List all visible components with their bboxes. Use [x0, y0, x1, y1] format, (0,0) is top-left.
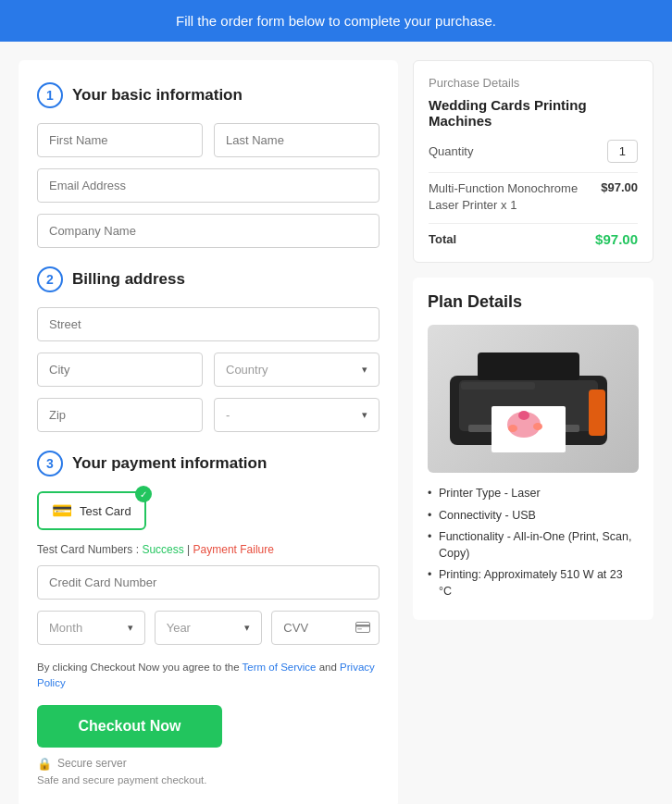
last-name-field [214, 123, 380, 157]
city-country-row: Country ▾ [37, 353, 380, 387]
svg-rect-13 [461, 382, 535, 390]
plan-feature-item: Connectivity - USB [428, 508, 639, 525]
month-select[interactable]: Month ▾ [37, 611, 145, 645]
cc-number-field [37, 565, 380, 600]
section2-number: 2 [37, 266, 63, 292]
secure-server-label: Secure server [57, 757, 127, 770]
total-row: Total $97.00 [429, 231, 638, 247]
first-name-field [37, 123, 203, 157]
item-row: Multi-Function Monochrome Laser Printer … [429, 180, 638, 214]
plan-features-list: Printer Type - LaserConnectivity - USBFu… [428, 486, 639, 600]
zip-input[interactable] [37, 398, 203, 432]
street-field [37, 307, 380, 341]
cvv-card-icon [355, 621, 370, 636]
divider2 [429, 223, 638, 224]
qty-label: Quantity [429, 144, 473, 158]
top-banner: Fill the order form below to complete yo… [0, 0, 672, 42]
email-row [37, 168, 380, 203]
test-card-note: Test Card Numbers : Success | Payment Fa… [37, 543, 380, 556]
svg-point-12 [508, 425, 517, 432]
credit-card-icon: 💳 [52, 501, 72, 521]
section3-number: 3 [37, 451, 63, 476]
country-select[interactable]: Country ▾ [214, 353, 380, 387]
street-row [37, 307, 380, 341]
section1-title: Your basic information [72, 86, 243, 105]
cvv-row: Month ▾ Year ▾ [37, 611, 380, 645]
city-field [37, 353, 203, 387]
country-field[interactable]: Country ▾ [214, 353, 380, 387]
email-field [37, 168, 380, 203]
svg-rect-5 [478, 353, 579, 380]
cvv-field [271, 611, 380, 645]
section2-divider: 2 Billing address [37, 266, 380, 292]
plan-title: Plan Details [428, 292, 639, 312]
year-label: Year [167, 621, 191, 635]
section1-number: 1 [37, 82, 63, 108]
first-name-input[interactable] [37, 123, 203, 157]
name-row [37, 123, 380, 157]
svg-rect-0 [356, 622, 370, 632]
divider [429, 172, 638, 173]
purchase-details-box: Purchase Details Wedding Cards Printing … [413, 60, 653, 263]
month-chevron-icon: ▾ [128, 622, 133, 634]
state-label: - [226, 408, 230, 422]
zip-state-row: - ▾ [37, 398, 380, 432]
qty-row: Quantity 1 [429, 140, 638, 163]
section3-title: Your payment information [72, 454, 267, 473]
country-label: Country [226, 363, 268, 377]
success-link[interactable]: Success [142, 543, 183, 556]
main-content: 1 Your basic information [0, 42, 672, 804]
test-card-label: Test Card [80, 504, 131, 518]
plan-feature-item: Printing: Approximately 510 W at 23 °C [428, 567, 639, 600]
payment-options: 💳 Test Card ✓ [37, 491, 380, 530]
cc-number-row [37, 565, 380, 600]
checkout-button[interactable]: Checkout Now [37, 705, 222, 748]
tos-link[interactable]: Term of Service [243, 662, 317, 673]
section3-divider: 3 Your payment information [37, 451, 380, 476]
left-panel: 1 Your basic information [19, 60, 398, 804]
plan-feature-item: Printer Type - Laser [428, 486, 639, 502]
item-name: Multi-Function Monochrome Laser Printer … [429, 180, 601, 214]
total-price: $97.00 [595, 231, 638, 247]
terms-text: By clicking Checkout Now you agree to th… [37, 660, 380, 692]
svg-rect-7 [589, 390, 605, 436]
svg-point-11 [533, 423, 542, 430]
secure-safe-text: Safe and secure payment checkout. [37, 774, 380, 785]
test-card-option[interactable]: 💳 Test Card ✓ [37, 491, 146, 530]
plan-feature-item: Functionality - All-in-One (Print, Scan,… [428, 529, 639, 562]
email-input[interactable] [37, 168, 380, 203]
qty-value: 1 [607, 140, 638, 163]
section2-header: 2 Billing address [37, 266, 380, 292]
city-input[interactable] [37, 353, 203, 387]
product-name: Wedding Cards Printing Machines [429, 97, 638, 129]
month-label: Month [49, 621, 82, 635]
zip-field [37, 398, 203, 432]
company-input[interactable] [37, 214, 380, 248]
banner-text: Fill the order form below to complete yo… [176, 13, 496, 29]
printer-image [428, 325, 639, 473]
year-chevron-icon: ▾ [244, 622, 250, 634]
year-select[interactable]: Year ▾ [155, 611, 263, 645]
last-name-input[interactable] [214, 123, 380, 157]
month-field[interactable]: Month ▾ [37, 611, 145, 645]
section1-header: 1 Your basic information [37, 82, 380, 108]
section3-header: 3 Your payment information [37, 451, 380, 476]
svg-point-10 [518, 411, 529, 420]
country-chevron-icon: ▾ [362, 364, 367, 376]
state-field[interactable]: - ▾ [214, 398, 380, 432]
secure-info: 🔒 Secure server [37, 757, 380, 771]
plan-details-box: Plan Details [413, 278, 653, 620]
company-field [37, 214, 380, 248]
state-chevron-icon: ▾ [362, 409, 367, 421]
state-select[interactable]: - ▾ [214, 398, 380, 432]
item-price: $97.00 [601, 180, 638, 194]
street-input[interactable] [37, 307, 380, 341]
lock-icon: 🔒 [37, 757, 52, 771]
cc-number-input[interactable] [37, 565, 380, 600]
year-field[interactable]: Year ▾ [155, 611, 263, 645]
svg-rect-2 [357, 628, 362, 630]
check-icon: ✓ [135, 486, 152, 502]
page-wrapper: Fill the order form below to complete yo… [0, 0, 672, 804]
company-row [37, 214, 380, 248]
failure-link[interactable]: Payment Failure [193, 543, 274, 556]
